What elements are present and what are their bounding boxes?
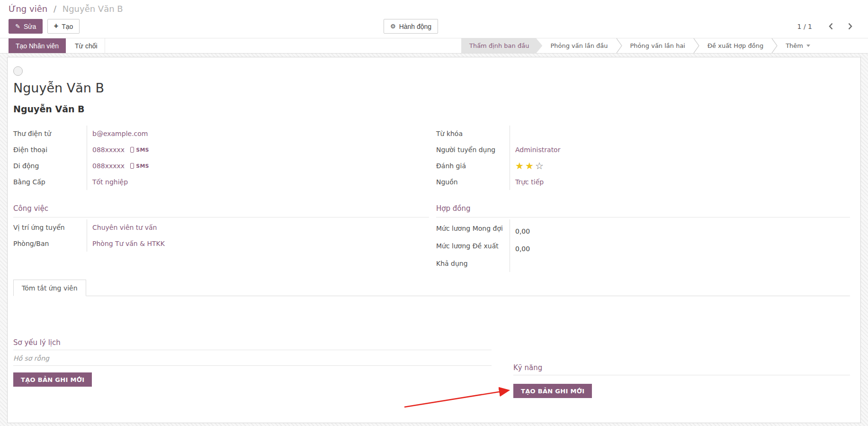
stage-pipeline: Thẩm định ban đầu Phỏng vấn lần đầu Phỏn… [461,38,818,53]
pencil-icon: ✎ [15,23,20,29]
field-row-recruiter: Người tuyển dụng Administrator [436,142,850,158]
stage-more-dropdown[interactable]: Thêm [778,38,818,53]
breadcrumb-parent-link[interactable]: Ứng viên [9,4,47,14]
meta-fields-column: Từ khóa Người tuyển dụng Administrator Đ… [436,126,850,190]
stage-tham-dinh-ban-dau[interactable]: Thẩm định ban đầu [461,38,542,53]
field-row-proposed-salary: Mức lương Đề xuất 0,00 [436,237,850,254]
stage-phong-van-lan-dau[interactable]: Phỏng vấn lần đầu [542,38,616,53]
pager-previous-icon[interactable] [826,22,835,31]
field-row-email: Thư điện tử b@example.com [13,126,429,142]
form-sheet: Nguyễn Văn B Nguyễn Văn B Thư điện tử b@… [7,57,861,423]
skills-create-record-button[interactable]: TẠO BẢN GHI MỚI [513,384,592,398]
bottom-field-group: Công việc Vị trí ứng tuyển Chuyên viên t… [13,203,850,272]
action-button-label: Hành động [399,23,432,30]
department-label: Phòng/Ban [13,236,87,252]
resume-section-title: Sơ yếu lý lịch [13,337,492,350]
control-panel: Ứng viên / Nguyễn Văn B ✎ Sửa + Tạo ⚙ Hà… [0,0,868,34]
mobile-label: Di động [13,158,87,174]
field-row-expected-salary: Mức lương Mong đợi 0,00 [436,219,850,237]
job-section: Công việc Vị trí ứng tuyển Chuyên viên t… [13,203,429,252]
field-row-mobile: Di động 088xxxxx SMS [13,158,429,174]
notebook-tabbar: Tóm tắt ứng viên [13,280,850,296]
source-label: Nguồn [436,174,510,190]
field-row-degree: Bằng Cấp Tốt nghiệp [13,174,429,190]
contact-fields-column: Thư điện tử b@example.com Điện thoại 088… [13,126,429,190]
star-empty-icon[interactable]: ☆ [535,160,545,172]
skills-section-title: Kỹ năng [513,363,850,375]
tab-application-summary[interactable]: Tóm tắt ứng viên [13,280,86,296]
expected-salary-value: 0,00 [510,219,530,237]
gear-icon: ⚙ [390,23,396,29]
pager-next-icon[interactable] [846,22,855,31]
create-button[interactable]: + Tạo [47,19,80,34]
tags-value [510,126,515,142]
contract-section-title: Hợp đồng [436,203,850,218]
star-filled-icon[interactable]: ★ [525,160,535,172]
recruiter-label: Người tuyển dụng [436,142,510,158]
chevron-down-icon [806,45,810,47]
field-row-availability: Khả dụng [436,254,850,272]
resume-section: Sơ yếu lý lịch Hồ sơ rỗng TẠO BẢN GHI MỚ… [13,337,492,387]
field-row-rating: Đánh giá ★★☆ [436,158,850,174]
expected-salary-label: Mức lương Mong đợi [436,219,510,237]
email-value[interactable]: b@example.com [92,130,148,137]
stage-more-label: Thêm [786,42,803,49]
stage-separator-icon [693,38,699,53]
sheet-background: Nguyễn Văn B Nguyễn Văn B Thư điện tử b@… [0,54,868,426]
resume-empty-placeholder: Hồ sơ rỗng [13,350,492,366]
source-value[interactable]: Trực tiếp [515,178,544,186]
create-employee-button[interactable]: Tạo Nhân viên [9,38,66,53]
contract-section: Hợp đồng Mức lương Mong đợi 0,00 Mức lươ… [436,203,850,272]
stage-separator-icon [771,38,778,53]
create-button-label: Tạo [62,23,73,30]
applied-job-value[interactable]: Chuyên viên tư vấn [92,224,157,231]
field-row-phone: Điện thoại 088xxxxx SMS [13,142,429,158]
degree-value[interactable]: Tốt nghiệp [92,178,128,186]
department-value[interactable]: Phòng Tư vấn & HTKK [92,240,165,247]
skills-section: Kỹ năng TẠO BẢN GHI MỚI [513,337,850,398]
breadcrumb: Ứng viên / Nguyễn Văn B [9,3,860,15]
proposed-salary-value: 0,00 [510,237,530,254]
proposed-salary-label: Mức lương Đề xuất [436,237,510,254]
resume-create-record-button[interactable]: TẠO BẢN GHI MỚI [13,372,92,387]
field-row-tags: Từ khóa [436,126,850,142]
refuse-button[interactable]: Từ chối [68,38,105,53]
phone-value[interactable]: 088xxxxx [92,146,125,154]
rating-label: Đánh giá [436,158,510,174]
tags-label: Từ khóa [436,126,510,142]
statusbar-actions: Tạo Nhân viên Từ chối [0,38,105,53]
stage-separator-icon [616,38,622,53]
pager: 1 / 1 [797,19,855,34]
edit-button-label: Sửa [24,23,36,30]
availability-label: Khả dụng [436,254,510,272]
star-filled-icon[interactable]: ★ [515,160,525,172]
sms-button[interactable]: SMS [130,163,149,169]
phone-label: Điện thoại [13,142,87,158]
plus-icon: + [54,22,58,30]
email-label: Thư điện tử [13,126,87,142]
mobile-phone-icon [130,147,134,153]
edit-button[interactable]: ✎ Sửa [9,19,43,34]
field-row-applied-job: Vị trí ứng tuyển Chuyên viên tư vấn [13,219,429,236]
sms-button[interactable]: SMS [130,147,149,153]
statusbar: Tạo Nhân viên Từ chối Thẩm định ban đầu … [0,38,868,54]
top-field-group: Thư điện tử b@example.com Điện thoại 088… [13,126,850,190]
rating-stars[interactable]: ★★☆ [515,161,545,171]
record-title: Nguyễn Văn B [13,81,850,95]
recruiter-value[interactable]: Administrator [515,146,560,154]
sms-label: SMS [136,147,149,153]
stage-de-xuat-hop-dong[interactable]: Đề xuất Hợp đồng [699,38,771,53]
field-row-source: Nguồn Trực tiếp [436,174,850,190]
applied-job-label: Vị trí ứng tuyển [13,219,87,236]
action-button[interactable]: ⚙ Hành động [384,19,438,34]
job-section-title: Công việc [13,203,429,218]
mobile-value[interactable]: 088xxxxx [92,162,125,170]
stage-phong-van-lan-hai[interactable]: Phỏng vấn lần hai [622,38,693,53]
record-subtitle: Nguyễn Văn B [13,104,850,114]
breadcrumb-current: Nguyễn Văn B [63,4,123,14]
tab-content: Sơ yếu lý lịch Hồ sơ rỗng TẠO BẢN GHI MỚ… [13,296,850,398]
pager-value: 1 / 1 [797,23,812,30]
kanban-state-circle[interactable] [13,66,23,76]
field-row-department: Phòng/Ban Phòng Tư vấn & HTKK [13,236,429,252]
availability-value [510,254,515,272]
